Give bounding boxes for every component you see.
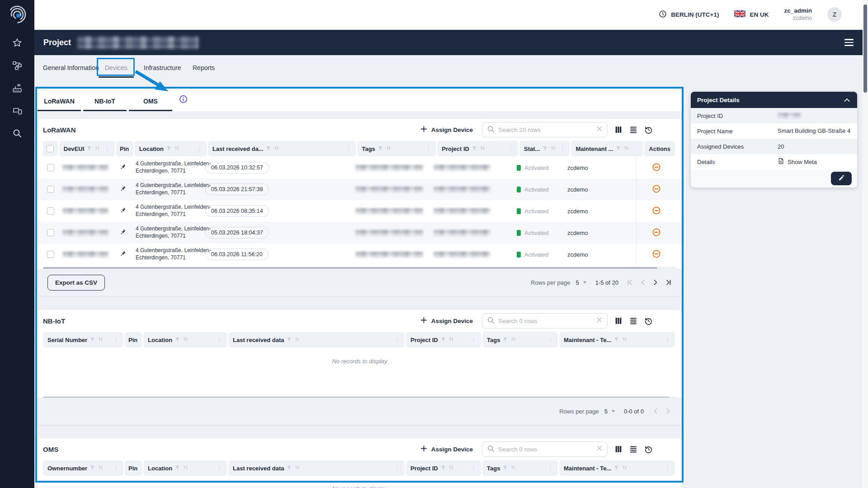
kebab-icon[interactable]: ⋮ [547, 337, 553, 343]
row-checkbox[interactable] [47, 164, 54, 171]
tab-reports[interactable]: Reports [193, 64, 215, 71]
kebab-icon[interactable]: ⋮ [665, 465, 670, 472]
columns-icon[interactable] [614, 317, 623, 325]
kebab-icon[interactable]: ⋮ [471, 465, 476, 472]
sort-icon[interactable] [622, 465, 627, 472]
lorawan-search-input[interactable] [498, 127, 593, 133]
filter-icon[interactable] [614, 337, 619, 343]
table-row[interactable]: 4 Gutenbergstraße, Leinfelden-Echterding… [38, 222, 682, 244]
sort-icon[interactable] [480, 145, 486, 152]
column-header-location[interactable]: Location⋮ [143, 460, 227, 476]
filter-icon[interactable] [378, 145, 383, 152]
kebab-icon[interactable]: ⋮ [104, 145, 110, 152]
hamburger-menu-icon[interactable] [844, 39, 854, 46]
kebab-icon[interactable]: ⋮ [217, 465, 222, 472]
sort-icon[interactable] [448, 465, 454, 472]
kebab-icon[interactable]: ⋮ [559, 145, 565, 152]
prev-page-icon[interactable] [639, 279, 646, 286]
kebab-icon[interactable]: ⋮ [217, 337, 222, 343]
row-checkbox[interactable] [47, 207, 54, 215]
clear-search-icon[interactable] [596, 126, 603, 134]
export-csv-button[interactable]: Export as CSV [47, 275, 105, 291]
history-restore-icon[interactable] [644, 126, 653, 134]
chevron-up-icon[interactable] [843, 96, 851, 104]
sort-icon[interactable] [386, 145, 392, 152]
row-checkbox[interactable] [47, 229, 54, 236]
filter-icon[interactable] [90, 465, 95, 472]
tab-infrastructure[interactable]: Infrastructure [144, 64, 181, 71]
kebab-icon[interactable]: ⋮ [113, 337, 119, 343]
sort-icon[interactable] [98, 465, 104, 472]
filter-icon[interactable] [87, 145, 92, 152]
column-header-status[interactable]: Stat...⋮ [519, 141, 570, 156]
column-header-last-received[interactable]: Last received data⋮ [228, 460, 405, 476]
kebab-icon[interactable]: ⋮ [394, 337, 400, 343]
column-header-maintenant[interactable]: Maintenant - Te...⋮ [559, 460, 675, 476]
row-checkbox[interactable] [47, 186, 54, 193]
kebab-icon[interactable]: ⋮ [196, 145, 202, 152]
page-scrollbar-thumb[interactable] [863, 5, 867, 93]
subtab-lorawan[interactable]: LoRaWAN [38, 91, 81, 111]
filter-icon[interactable] [441, 465, 446, 472]
unassign-device-icon[interactable] [652, 184, 661, 195]
column-header-pin[interactable]: Pin [125, 460, 142, 476]
show-meta-link[interactable]: Show Meta [778, 158, 851, 166]
sort-icon[interactable] [94, 145, 100, 152]
filter-icon[interactable] [266, 145, 271, 152]
filter-icon[interactable] [175, 465, 180, 472]
tab-devices[interactable]: Devices [105, 64, 127, 71]
pin-icon[interactable] [119, 229, 126, 237]
table-row[interactable]: 4 Gutenbergstraße, Leinfelden-Echterding… [38, 157, 682, 178]
last-page-icon[interactable] [665, 279, 672, 286]
column-header-tags[interactable]: Tags⋮ [357, 141, 436, 156]
sort-icon[interactable] [510, 336, 516, 343]
kebab-icon[interactable]: ⋮ [394, 465, 400, 472]
assign-device-button[interactable]: Assign Device [420, 445, 473, 453]
sort-icon[interactable] [510, 465, 516, 472]
next-page-icon[interactable] [665, 408, 672, 415]
sort-icon[interactable] [550, 145, 556, 152]
column-header-serial-number[interactable]: Serial Number⋮ [43, 332, 123, 347]
kebab-icon[interactable]: ⋮ [547, 465, 553, 472]
clear-search-icon[interactable] [596, 445, 603, 453]
columns-icon[interactable] [614, 445, 623, 453]
sort-icon[interactable] [623, 145, 629, 152]
row-density-icon[interactable] [629, 317, 637, 325]
sort-icon[interactable] [294, 465, 300, 472]
first-page-icon[interactable] [627, 279, 634, 286]
filter-icon[interactable] [503, 465, 508, 472]
column-header-tags[interactable]: Tags⋮ [482, 460, 558, 476]
unassign-device-icon[interactable] [652, 228, 661, 238]
search-icon[interactable] [11, 127, 23, 139]
rows-per-page-select[interactable]: 5 [576, 279, 587, 286]
select-all-checkbox[interactable] [43, 141, 58, 156]
row-density-icon[interactable] [629, 445, 637, 453]
app-logo-icon[interactable] [7, 5, 27, 26]
sort-icon[interactable] [294, 336, 300, 343]
sort-icon[interactable] [98, 336, 104, 343]
favorites-star-icon[interactable] [11, 37, 23, 49]
oms-search-input[interactable] [498, 446, 593, 453]
columns-icon[interactable] [614, 126, 623, 134]
filter-icon[interactable] [542, 145, 547, 152]
kebab-icon[interactable]: ⋮ [425, 145, 431, 152]
row-density-icon[interactable] [629, 126, 637, 134]
sort-icon[interactable] [448, 336, 454, 343]
sort-icon[interactable] [274, 145, 279, 152]
clear-search-icon[interactable] [596, 317, 603, 325]
sort-icon[interactable] [183, 465, 189, 472]
assign-device-button[interactable]: Assign Device [420, 126, 473, 134]
column-header-project-id[interactable]: Project ID⋮ [406, 332, 481, 347]
table-row[interactable]: 4 Gutenbergstraße, Leinfelden-Echterding… [38, 178, 682, 200]
filter-icon[interactable] [614, 465, 619, 472]
column-header-maintenant[interactable]: Maintenant - Te...⋮ [559, 332, 675, 347]
network-topology-icon[interactable] [11, 60, 23, 71]
row-checkbox[interactable] [47, 251, 54, 258]
rows-per-page-select[interactable]: 5 [604, 408, 616, 415]
filter-icon[interactable] [287, 465, 292, 472]
history-restore-icon[interactable] [644, 317, 653, 325]
column-header-project-id[interactable]: Project ID⋮ [437, 141, 518, 156]
assign-device-button[interactable]: Assign Device [420, 317, 473, 325]
column-header-last-received[interactable]: Last received data⋮ [228, 332, 405, 347]
timezone-selector[interactable]: BERLIN (UTC+1) [659, 10, 719, 19]
